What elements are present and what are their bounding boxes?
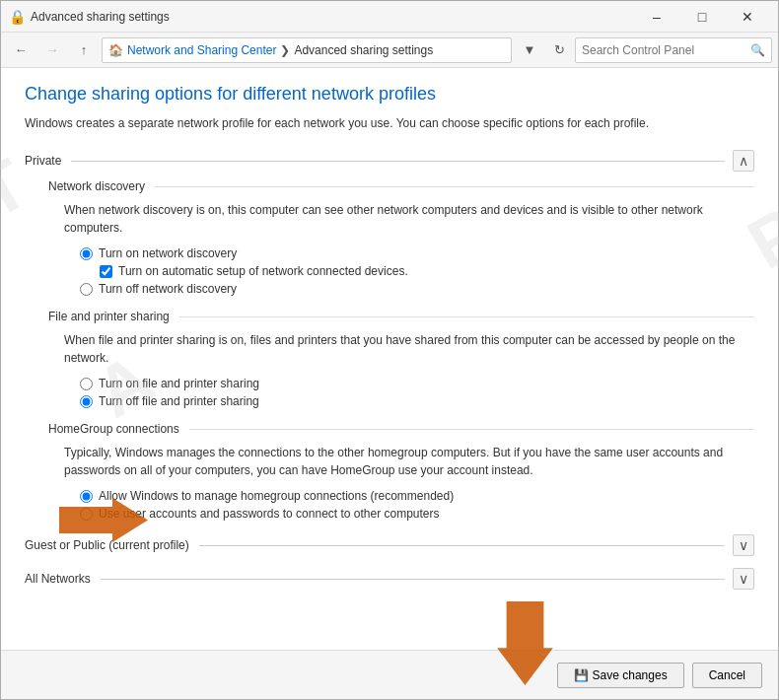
breadcrumb-current: Advanced sharing settings (294, 43, 433, 57)
title-bar: 🔒 Advanced sharing settings – □ ✕ (1, 1, 778, 33)
search-box: 🔍 (575, 37, 772, 63)
save-icon: 💾 (574, 668, 589, 682)
fs-options: Turn on file and printer sharing Turn of… (80, 377, 754, 408)
an-line (101, 579, 725, 580)
network-discovery-subsection: Network discovery When network discovery… (48, 179, 754, 296)
nd-radio-on[interactable]: Turn on network discovery (80, 246, 754, 260)
hg-line (189, 429, 754, 430)
fs-radio-off-label: Turn off file and printer sharing (99, 394, 259, 408)
all-networks-section: All Networks ∨ (25, 568, 754, 590)
nd-radio-off[interactable]: Turn off network discovery (80, 282, 754, 296)
nd-auto-setup-input[interactable] (100, 265, 112, 278)
guest-public-header: Guest or Public (current profile) ∨ (25, 534, 754, 556)
hg-options: Allow Windows to manage homegroup connec… (80, 489, 754, 521)
window: 🔒 Advanced sharing settings – □ ✕ ← → ↑ … (0, 0, 779, 700)
forward-button[interactable]: → (38, 36, 66, 64)
nd-radio-off-input[interactable] (80, 283, 93, 296)
breadcrumb-network-center[interactable]: Network and Sharing Center (127, 43, 276, 57)
all-networks-toggle[interactable]: ∨ (733, 568, 754, 590)
hg-description: Typically, Windows manages the connectio… (64, 444, 754, 479)
back-button[interactable]: ← (7, 36, 35, 64)
guest-public-section: Guest or Public (current profile) ∨ (25, 534, 754, 556)
fs-description: When file and printer sharing is on, fil… (64, 331, 754, 367)
hg-radio-windows-label: Allow Windows to manage homegroup connec… (99, 489, 454, 503)
breadcrumb-separator: ❯ (280, 43, 290, 57)
save-label: Save changes (593, 668, 668, 682)
private-toggle[interactable]: ∧ (733, 150, 754, 172)
title-bar-controls: – □ ✕ (634, 1, 770, 33)
network-discovery-header: Network discovery (48, 179, 754, 193)
private-section: Private ∧ Network discovery When network… (25, 150, 754, 521)
private-label: Private (25, 154, 61, 168)
nd-auto-setup-checkbox[interactable]: Turn on automatic setup of network conne… (100, 264, 754, 278)
bottom-bar: 💾 Save changes Cancel (1, 650, 778, 699)
nd-options: Turn on network discovery Turn on automa… (80, 246, 754, 296)
breadcrumb: 🏠 Network and Sharing Center ❯ Advanced … (102, 37, 512, 63)
nd-radio-on-label: Turn on network discovery (99, 246, 237, 260)
dropdown-button[interactable]: ▼ (516, 36, 543, 64)
hg-radio-windows[interactable]: Allow Windows to manage homegroup connec… (80, 489, 754, 503)
up-button[interactable]: ↑ (70, 36, 98, 64)
homegroup-label: HomeGroup connections (48, 422, 179, 436)
fs-radio-on-label: Turn on file and printer sharing (99, 377, 259, 390)
gp-line (199, 545, 725, 546)
window-icon: 🔒 (9, 9, 25, 25)
content-area: Change sharing options for different net… (1, 68, 778, 650)
homegroup-subsection: HomeGroup connections Typically, Windows… (48, 422, 754, 521)
close-button[interactable]: ✕ (725, 1, 770, 33)
guest-public-label: Guest or Public (current profile) (25, 538, 189, 552)
file-sharing-subsection: File and printer sharing When file and p… (48, 310, 754, 408)
all-networks-header: All Networks ∨ (25, 568, 754, 590)
breadcrumb-home-icon: 🏠 (108, 43, 123, 57)
hg-radio-useraccts-label: Use user accounts and passwords to conne… (99, 507, 440, 521)
nd-radio-off-label: Turn off network discovery (99, 282, 237, 296)
fs-radio-on[interactable]: Turn on file and printer sharing (80, 377, 754, 390)
fs-radio-on-input[interactable] (80, 378, 93, 390)
private-section-header: Private ∧ (25, 150, 754, 172)
search-icon[interactable]: 🔍 (750, 43, 765, 57)
search-input[interactable] (582, 43, 746, 57)
save-button[interactable]: 💾 Save changes (557, 663, 684, 688)
private-line (71, 161, 725, 162)
network-discovery-label: Network discovery (48, 179, 145, 193)
page-description: Windows creates a separate network profi… (25, 114, 754, 132)
fs-line (179, 316, 754, 317)
hg-radio-useraccts[interactable]: Use user accounts and passwords to conne… (80, 507, 754, 521)
maximize-button[interactable]: □ (679, 1, 725, 33)
cancel-button[interactable]: Cancel (692, 663, 762, 688)
window-title: Advanced sharing settings (31, 10, 634, 24)
homegroup-header: HomeGroup connections (48, 422, 754, 436)
nd-line (155, 186, 754, 187)
fs-radio-off[interactable]: Turn off file and printer sharing (80, 394, 754, 408)
hg-radio-windows-input[interactable] (80, 490, 93, 503)
fs-radio-off-input[interactable] (80, 395, 93, 408)
hg-radio-useraccts-input[interactable] (80, 508, 93, 521)
minimize-button[interactable]: – (634, 1, 679, 33)
guest-public-toggle[interactable]: ∨ (733, 534, 754, 556)
page-title: Change sharing options for different net… (25, 84, 754, 105)
file-sharing-label: File and printer sharing (48, 310, 170, 323)
nav-bar: ← → ↑ 🏠 Network and Sharing Center ❯ Adv… (1, 33, 778, 68)
nd-auto-setup-label: Turn on automatic setup of network conne… (118, 264, 408, 278)
nd-radio-on-input[interactable] (80, 247, 93, 260)
all-networks-label: All Networks (25, 572, 91, 586)
file-sharing-header: File and printer sharing (48, 310, 754, 323)
nd-description: When network discovery is on, this compu… (64, 201, 754, 237)
refresh-button[interactable]: ↻ (547, 38, 571, 62)
